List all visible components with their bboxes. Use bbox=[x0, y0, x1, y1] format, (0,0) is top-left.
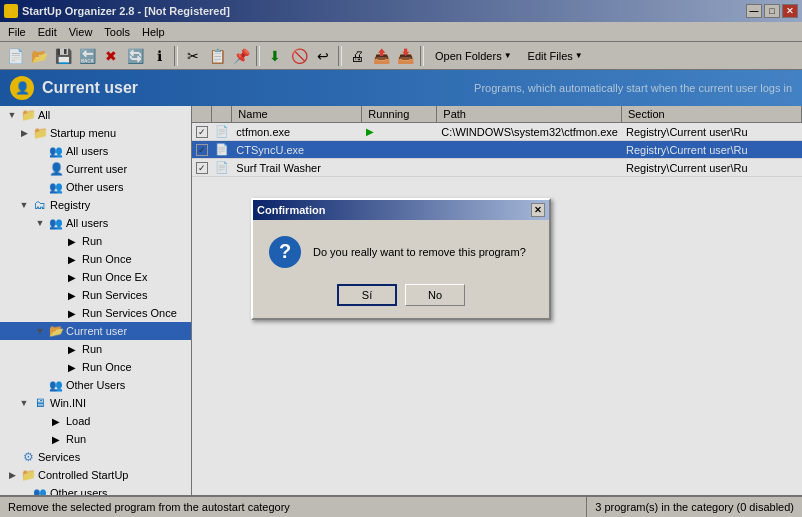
modal-titlebar: Confirmation ✕ bbox=[253, 200, 549, 220]
modal-body: ? Do you really want to remove this prog… bbox=[253, 220, 549, 284]
modal-yes-button[interactable]: Sí bbox=[337, 284, 397, 306]
confirmation-dialog: Confirmation ✕ ? Do you really want to r… bbox=[251, 198, 551, 320]
modal-buttons: Sí No bbox=[253, 284, 549, 318]
modal-overlay: Confirmation ✕ ? Do you really want to r… bbox=[0, 0, 802, 517]
modal-message: Do you really want to remove this progra… bbox=[313, 246, 533, 258]
modal-close-button[interactable]: ✕ bbox=[531, 203, 545, 217]
modal-title: Confirmation bbox=[257, 204, 325, 216]
modal-no-button[interactable]: No bbox=[405, 284, 465, 306]
modal-question-icon: ? bbox=[269, 236, 301, 268]
